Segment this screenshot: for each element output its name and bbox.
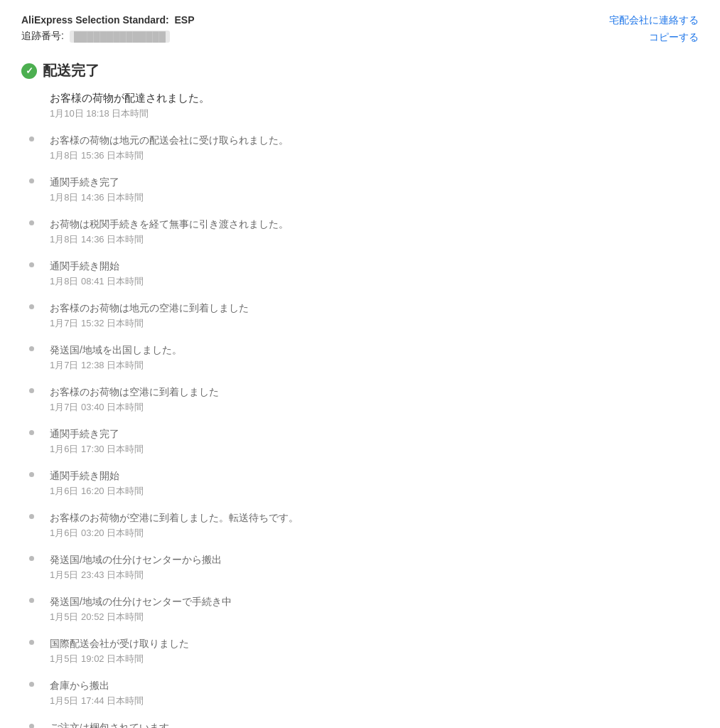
timeline-content: お客様のお荷物は空港に到着しました 1月7日 03:40 日本時間 (40, 386, 699, 414)
timeline-content: お客様のお荷物は地元の空港に到着しました 1月7日 15:32 日本時間 (40, 302, 699, 330)
timeline-item: お客様の荷物が配達されました。 1月10日 18:18 日本時間 (23, 92, 699, 120)
tracking-number: ██████████████ (70, 31, 170, 43)
timeline-event-text: 通関手続き開始 (50, 260, 699, 273)
timeline-content: 発送国/地域の仕分けセンターから搬出 1月5日 23:43 日本時間 (40, 554, 699, 582)
tracking-row: 追跡番号: ██████████████ (21, 30, 195, 43)
timeline-item: 通関手続き開始 1月8日 08:41 日本時間 (23, 260, 699, 288)
timeline-timestamp: 1月5日 17:44 日本時間 (50, 695, 699, 707)
timeline-dot-area (23, 556, 40, 582)
timeline-dot-area (23, 94, 40, 120)
timeline-content-first: お客様の荷物が配達されました。 1月10日 18:18 日本時間 (40, 92, 699, 120)
timeline-content: 通関手続き完了 1月8日 14:36 日本時間 (40, 176, 699, 204)
timeline-dot-area (23, 472, 40, 498)
timeline-content: 発送国/地域を出国しました。 1月7日 12:38 日本時間 (40, 344, 699, 372)
timeline-timestamp: 1月8日 14:36 日本時間 (50, 191, 699, 204)
timeline-dot (29, 136, 34, 141)
timeline-timestamp: 1月7日 03:40 日本時間 (50, 401, 699, 414)
timeline-dot-area (23, 262, 40, 288)
timeline-dot-area (23, 682, 40, 707)
timeline-item: お客様のお荷物は空港に到着しました 1月7日 03:40 日本時間 (23, 386, 699, 414)
timeline-timestamp: 1月8日 15:36 日本時間 (50, 149, 699, 162)
timeline-item: 倉庫から搬出 1月5日 17:44 日本時間 (23, 680, 699, 707)
timeline-dot (29, 178, 34, 183)
timeline-dot-area (23, 598, 40, 623)
timeline-dot (29, 514, 34, 519)
timeline-content: ご注文は梱包されています 1月5日 16:37 日本時間 (40, 722, 699, 728)
header-left: AliExpress Selection Standard: ESP 追跡番号:… (21, 14, 195, 43)
timeline-content: 通関手続き開始 1月6日 16:20 日本時間 (40, 470, 699, 498)
timeline-content: お客様のお荷物が空港に到着しました。転送待ちです。 1月6日 03:20 日本時… (40, 512, 699, 540)
service-label: AliExpress Selection Standard: (21, 14, 169, 26)
timeline-item: 発送国/地域の仕分けセンターから搬出 1月5日 23:43 日本時間 (23, 554, 699, 582)
timeline-dot (29, 262, 34, 267)
timeline-item: 発送国/地域の仕分けセンターで手続き中 1月5日 20:52 日本時間 (23, 596, 699, 623)
timeline-item: 通関手続き完了 1月6日 17:30 日本時間 (23, 428, 699, 456)
timeline-dot-area (23, 640, 40, 665)
timeline-event-text: お客様のお荷物は空港に到着しました (50, 386, 699, 399)
timeline-item: お客様のお荷物は地元の空港に到着しました 1月7日 15:32 日本時間 (23, 302, 699, 330)
timeline-item: お荷物は税関手続きを経て無事に引き渡されました。 1月8日 14:36 日本時間 (23, 218, 699, 246)
timeline-content: お客様の荷物は地元の配送会社に受け取られました。 1月8日 15:36 日本時間 (40, 134, 699, 162)
timeline-event-text: 通関手続き完了 (50, 428, 699, 441)
timeline-timestamp: 1月6日 17:30 日本時間 (50, 443, 699, 456)
tracking-timeline: お客様の荷物が配達されました。 1月10日 18:18 日本時間 お客様の荷物は… (23, 92, 699, 728)
delivery-title: 配送完了 (43, 61, 100, 80)
timeline-timestamp: 1月8日 08:41 日本時間 (50, 275, 699, 288)
timeline-dot-area (23, 430, 40, 456)
timeline-dot (29, 640, 34, 645)
timeline-dot (29, 220, 34, 225)
timeline-event-text: 倉庫から搬出 (50, 680, 699, 692)
timeline-event-text: 通関手続き完了 (50, 176, 699, 189)
timeline-timestamp: 1月7日 15:32 日本時間 (50, 317, 699, 330)
timeline-dot (29, 556, 34, 561)
timeline-event-text: お客様のお荷物は地元の空港に到着しました (50, 302, 699, 315)
page-container: AliExpress Selection Standard: ESP 追跡番号:… (0, 0, 720, 728)
timeline-timestamp: 1月5日 19:02 日本時間 (50, 653, 699, 665)
timeline-timestamp: 1月5日 23:43 日本時間 (50, 569, 699, 582)
delivery-status-header: 配送完了 (21, 61, 699, 80)
timeline-timestamp: 1月7日 12:38 日本時間 (50, 359, 699, 372)
timeline-dot-area (23, 514, 40, 540)
delivery-check-icon (21, 63, 37, 79)
timeline-content: 通関手続き開始 1月8日 08:41 日本時間 (40, 260, 699, 288)
timeline-item: お客様のお荷物が空港に到着しました。転送待ちです。 1月6日 03:20 日本時… (23, 512, 699, 540)
timeline-item: 国際配送会社が受け取りました 1月5日 19:02 日本時間 (23, 638, 699, 665)
timeline-dot (29, 724, 34, 728)
timeline-dot (29, 388, 34, 393)
timeline-dot (29, 304, 34, 309)
timeline-event-text: お客様の荷物は地元の配送会社に受け取られました。 (50, 134, 699, 147)
copy-link[interactable]: コピーする (649, 31, 699, 44)
timeline-event-text: 国際配送会社が受け取りました (50, 638, 699, 651)
timeline-event-text: お荷物は税関手続きを経て無事に引き渡されました。 (50, 218, 699, 231)
service-name: AliExpress Selection Standard: ESP (21, 14, 195, 26)
timeline-content: 倉庫から搬出 1月5日 17:44 日本時間 (40, 680, 699, 707)
tracking-label: 追跡番号: (21, 30, 64, 43)
timeline-timestamp: 1月6日 03:20 日本時間 (50, 527, 699, 540)
timeline-content: お荷物は税関手続きを経て無事に引き渡されました。 1月8日 14:36 日本時間 (40, 218, 699, 246)
timeline-timestamp: 1月6日 16:20 日本時間 (50, 485, 699, 498)
timeline-event-text: ご注文は梱包されています (50, 722, 699, 728)
timeline-dot (29, 598, 34, 603)
timeline-timestamp: 1月5日 20:52 日本時間 (50, 611, 699, 623)
timeline-item: 通関手続き完了 1月8日 14:36 日本時間 (23, 176, 699, 204)
timeline-event-text: お客様のお荷物が空港に到着しました。転送待ちです。 (50, 512, 699, 525)
timeline-dot-area (23, 304, 40, 330)
timeline-content: 国際配送会社が受け取りました 1月5日 19:02 日本時間 (40, 638, 699, 665)
header-right: 宅配会社に連絡する コピーする (609, 14, 699, 44)
contact-carrier-link[interactable]: 宅配会社に連絡する (609, 14, 699, 27)
timeline-timestamp: 1月8日 14:36 日本時間 (50, 233, 699, 246)
timeline-item: ご注文は梱包されています 1月5日 16:37 日本時間 (23, 722, 699, 728)
timeline-dot (29, 346, 34, 351)
timeline-dot-area (23, 178, 40, 204)
timeline-event-text: 発送国/地域の仕分けセンターから搬出 (50, 554, 699, 567)
timeline-dot-area (23, 346, 40, 372)
service-name-value: ESP (175, 14, 195, 26)
timeline-event-text: 通関手続き開始 (50, 470, 699, 483)
timeline-event-text: 発送国/地域を出国しました。 (50, 344, 699, 357)
timeline-item: お客様の荷物は地元の配送会社に受け取られました。 1月8日 15:36 日本時間 (23, 134, 699, 162)
timeline-item: 発送国/地域を出国しました。 1月7日 12:38 日本時間 (23, 344, 699, 372)
timeline-item: 通関手続き開始 1月6日 16:20 日本時間 (23, 470, 699, 498)
timeline-dot-area (23, 388, 40, 414)
timeline-dot-area (23, 724, 40, 728)
timeline-dot (29, 430, 34, 435)
